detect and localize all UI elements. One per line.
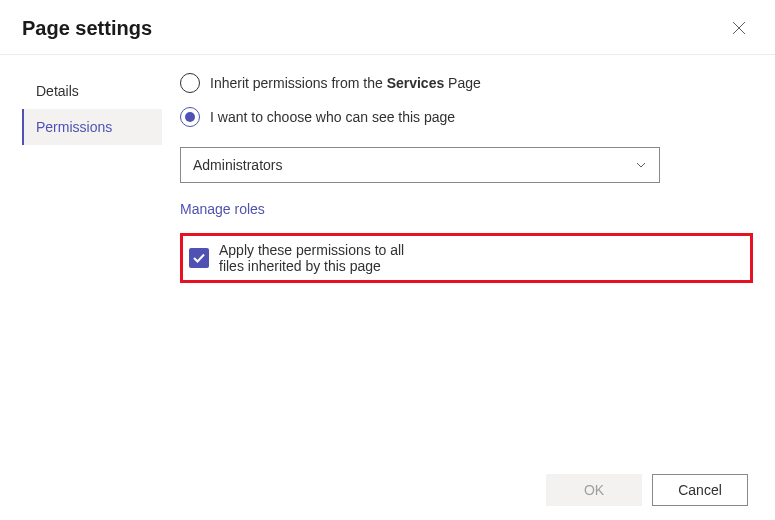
checkbox-icon [189, 248, 209, 268]
dialog-header: Page settings [0, 0, 775, 55]
radio-icon [180, 73, 200, 93]
apply-permissions-checkbox[interactable]: Apply these permissions to all files inh… [189, 242, 430, 274]
radio-custom-permissions[interactable]: I want to choose who can see this page [180, 107, 753, 127]
radio-custom-label: I want to choose who can see this page [210, 109, 455, 125]
highlight-annotation: Apply these permissions to all files inh… [180, 233, 753, 283]
tab-list: Details Permissions [22, 73, 162, 283]
close-button[interactable] [725, 14, 753, 42]
dialog-footer: OK Cancel [546, 474, 748, 506]
radio-inherit-permissions[interactable]: Inherit permissions from the Services Pa… [180, 73, 753, 93]
tab-details[interactable]: Details [22, 73, 162, 109]
dialog-body: Details Permissions Inherit permissions … [0, 55, 775, 283]
tab-permissions[interactable]: Permissions [22, 109, 162, 145]
cancel-button[interactable]: Cancel [652, 474, 748, 506]
permissions-panel: Inherit permissions from the Services Pa… [162, 73, 753, 283]
close-icon [732, 21, 746, 35]
role-select[interactable]: Administrators [180, 147, 660, 183]
radio-inherit-label: Inherit permissions from the Services Pa… [210, 75, 481, 91]
radio-icon [180, 107, 200, 127]
role-select-value: Administrators [193, 157, 282, 173]
dialog-title: Page settings [22, 17, 152, 40]
chevron-down-icon [635, 159, 647, 171]
ok-button: OK [546, 474, 642, 506]
apply-permissions-label: Apply these permissions to all files inh… [219, 242, 430, 274]
manage-roles-link[interactable]: Manage roles [180, 201, 265, 217]
